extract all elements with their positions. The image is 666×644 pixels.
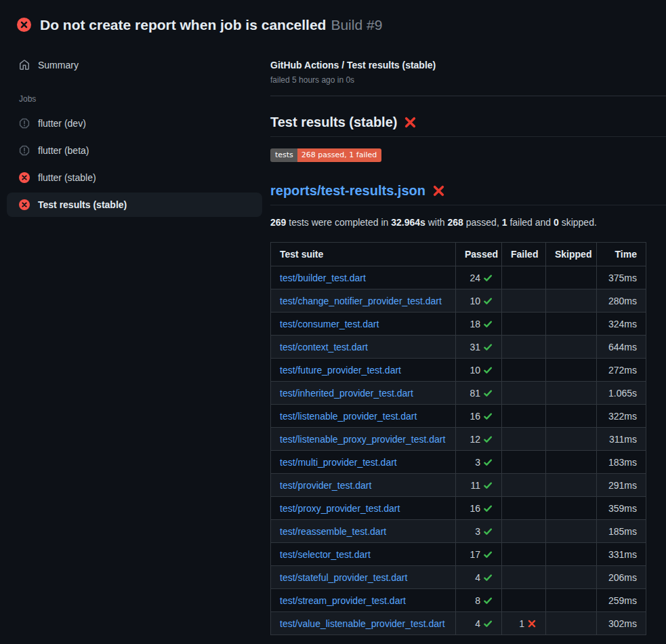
jobs-section-label: Jobs [19,94,262,104]
time-cell: 375ms [597,266,646,289]
sidebar-job-item[interactable]: flutter (stable) [7,165,262,190]
sidebar-item-summary[interactable]: Summary [7,53,262,77]
check-icon [483,411,493,421]
breadcrumb: GitHub Actions / Test results (stable) [270,58,666,72]
failed-cell [502,382,546,405]
skipped-cell [546,289,597,313]
divider [270,96,666,96]
suite-cell: test/multi_provider_test.dart [271,451,456,474]
suite-cell: test/stream_provider_test.dart [271,589,456,612]
suite-link[interactable]: test/stateful_provider_test.dart [280,572,407,583]
failed-cell [502,289,546,313]
check-icon [483,388,493,398]
report-title: reports/test-results.json [270,183,666,205]
suite-link[interactable]: test/selector_test.dart [280,549,371,560]
column-header-passed: Passed [456,243,502,266]
table-row: test/future_provider_test.dart10272ms [271,359,646,382]
passed-cell: 4 [456,612,502,635]
badge-label: tests [270,148,297,162]
time-cell: 259ms [597,589,646,612]
jobs-list: flutter (dev)flutter (beta)flutter (stab… [7,111,262,217]
cross-mark-icon [404,116,417,129]
suite-link[interactable]: test/provider_test.dart [280,480,371,491]
failed-cell [502,589,546,612]
time-cell: 183ms [597,451,646,474]
github-actions-job-page: Do not create report when job is cancell… [0,0,666,644]
suite-cell: test/inherited_provider_test.dart [271,382,456,405]
skipped-cell [546,451,597,474]
passed-cell: 3 [456,451,502,474]
table-row: test/listenable_provider_test.dart16322m… [271,405,646,428]
time-cell: 302ms [597,612,646,635]
suite-link[interactable]: test/context_test.dart [280,342,368,353]
failed-cell [502,566,546,589]
passed-cell: 24 [456,266,502,289]
time-cell: 311ms [597,428,646,451]
check-icon [483,458,493,467]
time-cell: 322ms [597,405,646,428]
suite-link[interactable]: test/builder_test.dart [280,273,366,283]
suite-cell: test/proxy_provider_test.dart [271,497,456,520]
stop-icon [19,118,30,129]
passed-cell: 12 [456,428,502,451]
section-title: Test results (stable) [270,115,666,137]
suite-link[interactable]: test/consumer_test.dart [280,319,379,329]
suite-cell: test/provider_test.dart [271,474,456,497]
suite-link[interactable]: test/reassemble_test.dart [280,526,386,537]
skipped-cell [546,405,597,428]
passed-cell: 16 [456,497,502,520]
suite-link[interactable]: test/inherited_provider_test.dart [280,388,413,399]
suite-link[interactable]: test/listenable_proxy_provider_test.dart [280,434,445,445]
suite-cell: test/change_notifier_provider_test.dart [271,289,456,313]
passed-cell: 31 [456,336,502,359]
duration: 32.964s [391,217,425,228]
skipped-cell [546,543,597,566]
failed-cell [502,520,546,543]
main-content: GitHub Actions / Test results (stable) f… [269,38,666,635]
time-cell: 280ms [597,289,646,313]
suite-link[interactable]: test/future_provider_test.dart [280,365,401,376]
skipped-cell [546,474,597,497]
table-row: test/value_listenable_provider_test.dart… [271,612,646,635]
failed-cell [502,336,546,359]
skipped-cell [546,266,597,289]
sidebar-job-item[interactable]: flutter (beta) [7,138,262,163]
passed-cell: 10 [456,359,502,382]
column-header-failed: Failed [502,243,546,266]
sidebar: Summary Jobs flutter (dev)flutter (beta)… [0,38,269,220]
passed-cell: 10 [456,289,502,313]
sidebar-job-item[interactable]: Test results (stable) [7,193,262,217]
job-label: Test results (stable) [38,199,127,210]
time-cell: 359ms [597,497,646,520]
column-header-test-suite: Test suite [271,243,456,266]
table-row: test/stream_provider_test.dart8259ms [271,589,646,612]
suite-link[interactable]: test/listenable_provider_test.dart [280,411,417,422]
page-title: Do not create report when job is cancell… [40,17,382,33]
table-row: test/listenable_proxy_provider_test.dart… [271,428,646,451]
run-title: Do not create report when job is cancell… [40,17,326,33]
suite-link[interactable]: test/proxy_provider_test.dart [280,503,400,514]
stop-icon [19,145,30,156]
suite-link[interactable]: test/change_notifier_provider_test.dart [280,296,442,306]
suite-cell: test/value_listenable_provider_test.dart [271,612,456,635]
column-header-skipped: Skipped [546,243,597,266]
passed-cell: 17 [456,543,502,566]
suite-link[interactable]: test/value_listenable_provider_test.dart [280,618,445,629]
report-file-link[interactable]: reports/test-results.json [270,183,425,199]
suite-link[interactable]: test/multi_provider_test.dart [280,457,397,468]
check-icon [483,435,493,444]
table-row: test/change_notifier_provider_test.dart1… [271,289,646,313]
table-row: test/context_test.dart31644ms [271,336,646,359]
sidebar-job-item[interactable]: flutter (dev) [7,111,262,136]
table-row: test/reassemble_test.dart3185ms [271,520,646,543]
suite-cell: test/stateful_provider_test.dart [271,566,456,589]
suite-link[interactable]: test/stream_provider_test.dart [280,595,406,606]
check-icon [483,319,493,329]
check-icon [483,296,493,306]
failed-cell [502,428,546,451]
sidebar-summary-label: Summary [38,60,79,71]
skipped-cell [546,520,597,543]
failed-cell [502,313,546,336]
time-cell: 272ms [597,359,646,382]
cross-mark-icon [432,184,445,197]
